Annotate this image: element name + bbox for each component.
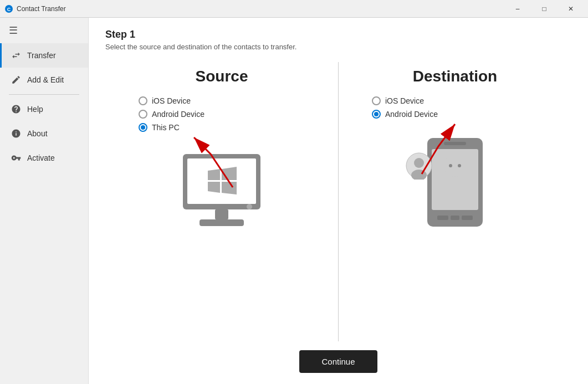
source-ios-label: iOS Device (152, 96, 191, 105)
source-ios-radio[interactable] (139, 96, 147, 105)
source-android-label: Android Device (152, 110, 204, 119)
svg-rect-15 (451, 216, 459, 220)
app-body: ☰ Transfer Add & Edit (0, 18, 588, 384)
svg-rect-26 (459, 197, 464, 208)
info-icon (11, 128, 22, 139)
svg-point-21 (458, 164, 461, 167)
sidebar-item-help[interactable]: Help (0, 97, 88, 121)
source-android-option[interactable]: Android Device (139, 110, 204, 119)
source-android-radio[interactable] (139, 110, 147, 119)
source-ios-option[interactable]: iOS Device (139, 96, 204, 105)
destination-device-icon (416, 135, 494, 229)
svg-rect-13 (444, 142, 466, 145)
source-pc-option[interactable]: This PC (139, 123, 204, 132)
continue-button[interactable]: Continue (299, 350, 377, 373)
svg-rect-14 (437, 216, 448, 220)
destination-android-label: Android Device (385, 110, 438, 119)
svg-rect-25 (446, 197, 451, 208)
destination-panel: Destination iOS Device Android Device (339, 62, 571, 341)
sidebar-item-add-edit[interactable]: Add & Edit (0, 68, 88, 92)
svg-point-9 (414, 158, 424, 168)
svg-rect-22 (444, 177, 466, 196)
destination-ios-radio[interactable] (372, 96, 381, 105)
sidebar-item-about-label: About (27, 129, 48, 138)
source-pc-label: This PC (152, 123, 180, 132)
titlebar: C Contact Transfer – □ ✕ (0, 0, 588, 18)
source-device-icon (172, 149, 272, 237)
source-panel: Source iOS Device Android Device This PC (105, 62, 338, 341)
sidebar-item-activate[interactable]: Activate (0, 146, 88, 170)
svg-rect-24 (467, 177, 473, 192)
svg-rect-23 (437, 177, 443, 192)
svg-point-20 (449, 164, 452, 167)
close-button[interactable]: ✕ (558, 0, 584, 18)
edit-icon (11, 74, 22, 85)
step-subtitle: Select the source and destination of the… (105, 43, 571, 51)
sidebar-item-transfer-label: Transfer (27, 51, 56, 60)
app-icon: C (4, 4, 13, 13)
svg-text:C: C (7, 7, 11, 12)
panels: Source iOS Device Android Device This PC (105, 62, 571, 341)
source-radio-group: iOS Device Android Device This PC (139, 96, 204, 132)
svg-point-17 (444, 157, 466, 177)
help-icon (11, 104, 22, 115)
sidebar-item-activate-label: Activate (27, 153, 55, 162)
source-title: Source (196, 68, 248, 85)
svg-rect-4 (215, 209, 228, 219)
window-controls: – □ ✕ (505, 0, 584, 18)
sidebar-item-transfer[interactable]: Transfer (0, 43, 88, 68)
transfer-icon (11, 50, 22, 61)
minimize-button[interactable]: – (505, 0, 530, 18)
svg-rect-16 (462, 216, 473, 220)
maximize-button[interactable]: □ (531, 0, 557, 18)
destination-ios-label: iOS Device (385, 96, 424, 105)
key-icon (11, 152, 22, 163)
sidebar-nav: Transfer Add & Edit Help (0, 43, 88, 384)
destination-android-radio[interactable] (372, 110, 381, 119)
sidebar-divider (9, 94, 79, 95)
step-header: Step 1 Select the source and destination… (105, 29, 571, 51)
step-title: Step 1 (105, 29, 571, 40)
svg-rect-3 (187, 158, 256, 204)
sidebar-item-help-label: Help (27, 105, 43, 114)
svg-rect-5 (200, 219, 244, 226)
svg-point-6 (247, 204, 252, 209)
destination-android-option[interactable]: Android Device (372, 110, 438, 119)
menu-button[interactable]: ☰ (0, 18, 88, 43)
destination-radio-group: iOS Device Android Device (372, 96, 438, 119)
source-pc-radio[interactable] (139, 123, 147, 132)
main-content: Step 1 Select the source and destination… (89, 18, 588, 384)
sidebar-item-add-edit-label: Add & Edit (27, 75, 64, 84)
bottom-bar: Continue (105, 341, 571, 378)
sidebar-item-about[interactable]: About (0, 121, 88, 146)
window-title: Contact Transfer (17, 5, 505, 13)
sidebar: ☰ Transfer Add & Edit (0, 18, 89, 384)
destination-title: Destination (413, 68, 497, 85)
destination-ios-option[interactable]: iOS Device (372, 96, 438, 105)
